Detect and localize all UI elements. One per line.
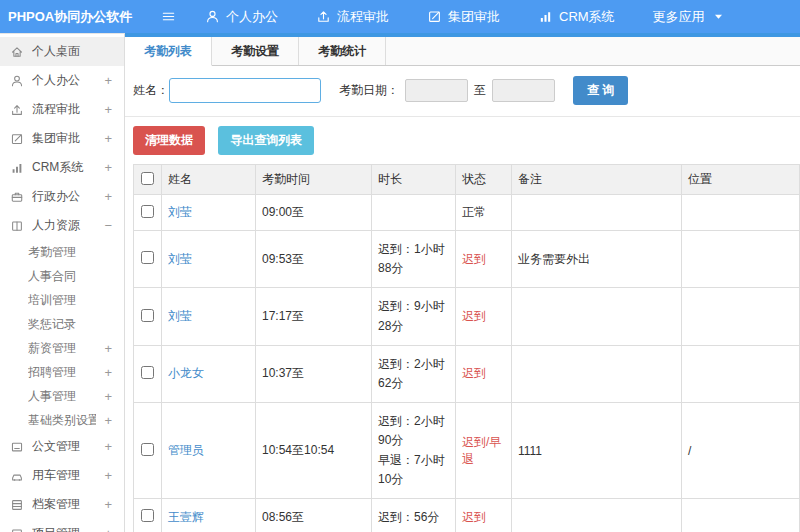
- expand-toggle-icon[interactable]: +: [104, 389, 114, 404]
- tab-attendance-list[interactable]: 考勤列表: [125, 37, 212, 66]
- sidebar-item-human-resources[interactable]: 人力资源−: [0, 211, 124, 240]
- name-input[interactable]: [169, 78, 321, 103]
- nav-item-group-approval[interactable]: 集团审批: [408, 0, 519, 33]
- sidebar-item-official-doc-mgmt[interactable]: 公文管理+: [0, 432, 124, 461]
- sidebar-item-label: 公文管理: [32, 438, 96, 455]
- expand-toggle-icon[interactable]: +: [104, 439, 114, 454]
- employee-name-link[interactable]: 王壹辉: [168, 510, 204, 524]
- row-checkbox[interactable]: [141, 443, 154, 456]
- flow-icon: [316, 9, 331, 24]
- date-from-input[interactable]: [405, 79, 468, 102]
- search-button[interactable]: 查 询: [573, 76, 628, 105]
- sidebar-item-crm-system[interactable]: CRM系统+: [0, 153, 124, 182]
- sidebar-item-workflow-approval[interactable]: 流程审批+: [0, 95, 124, 124]
- menu-toggle-button[interactable]: [150, 9, 186, 24]
- select-all-checkbox[interactable]: [141, 172, 154, 185]
- briefcase-icon: [10, 190, 24, 204]
- sidebar-item-label: 行政办公: [32, 188, 96, 205]
- nav-item-crm-system[interactable]: CRM系统: [519, 0, 634, 33]
- sidebar-item-base-category-settings[interactable]: 基础类别设置+: [0, 408, 124, 432]
- location-cell: [682, 231, 800, 288]
- sidebar-item-label: 用车管理: [32, 467, 96, 484]
- edit-icon: [427, 9, 442, 24]
- sidebar-item-project-mgmt[interactable]: 项目管理+: [0, 519, 124, 532]
- row-checkbox[interactable]: [141, 205, 154, 218]
- row-checkbox[interactable]: [141, 251, 154, 264]
- sidebar-item-label: 集团审批: [32, 130, 96, 147]
- sidebar-item-archive-mgmt[interactable]: 档案管理+: [0, 490, 124, 519]
- expand-toggle-icon[interactable]: +: [104, 365, 114, 380]
- sidebar-item-group-approval[interactable]: 集团审批+: [0, 124, 124, 153]
- expand-toggle-icon[interactable]: +: [104, 131, 114, 146]
- flow-icon: [10, 103, 24, 117]
- expand-toggle-icon[interactable]: +: [104, 341, 114, 356]
- sidebar-item-label: 个人办公: [32, 72, 96, 89]
- row-checkbox[interactable]: [141, 366, 154, 379]
- attendance-time-cell: 17:17至: [256, 288, 372, 345]
- app-logo: PHPOA协同办公软件: [0, 8, 150, 26]
- column-header: 时长: [372, 165, 456, 195]
- expand-toggle-icon[interactable]: +: [104, 468, 114, 483]
- doc-icon: [10, 440, 24, 454]
- table-header-row: 姓名考勤时间时长状态备注位置: [134, 165, 800, 195]
- table-row: 刘莹17:17至迟到：9小时28分迟到: [134, 288, 800, 345]
- table-row: 小龙女10:37至迟到：2小时62分迟到: [134, 345, 800, 402]
- nav-item-more-apps[interactable]: 更多应用: [634, 0, 745, 33]
- tab-attendance-settings[interactable]: 考勤设置: [212, 37, 299, 65]
- sidebar-item-personal-office[interactable]: 个人办公+: [0, 66, 124, 95]
- date-to-input[interactable]: [492, 79, 555, 102]
- sidebar-item-personal-desktop[interactable]: 个人桌面: [0, 37, 124, 66]
- remark-cell: [512, 345, 682, 402]
- sidebar-item-recruit-mgmt[interactable]: 招聘管理+: [0, 360, 124, 384]
- duration-cell: 迟到：1小时88分: [372, 231, 456, 288]
- sidebar-item-training-mgmt[interactable]: 培训管理: [0, 288, 124, 312]
- clean-data-button[interactable]: 清理数据: [133, 126, 205, 155]
- expand-toggle-icon[interactable]: +: [104, 102, 114, 117]
- date-to-separator-label: 至: [474, 82, 486, 99]
- status-cell: 迟到: [456, 231, 512, 288]
- expand-toggle-icon[interactable]: −: [104, 218, 114, 233]
- sidebar-item-reward-punish-records[interactable]: 奖惩记录: [0, 312, 124, 336]
- row-checkbox[interactable]: [141, 309, 154, 322]
- column-header: 姓名: [162, 165, 256, 195]
- employee-name-link[interactable]: 刘莹: [168, 252, 192, 266]
- tab-bar: 考勤列表考勤设置考勤统计: [125, 37, 800, 66]
- expand-toggle-icon[interactable]: +: [104, 189, 114, 204]
- sidebar-item-hr-contract[interactable]: 人事合同: [0, 264, 124, 288]
- row-checkbox[interactable]: [141, 509, 154, 522]
- employee-name-link[interactable]: 刘莹: [168, 309, 192, 323]
- expand-toggle-icon[interactable]: +: [104, 73, 114, 88]
- sidebar-item-label: 项目管理: [32, 525, 96, 532]
- expand-toggle-icon[interactable]: +: [104, 413, 114, 428]
- employee-name-link[interactable]: 刘莹: [168, 205, 192, 219]
- menu-icon: [161, 9, 176, 24]
- column-header: 考勤时间: [256, 165, 372, 195]
- employee-name-link[interactable]: 小龙女: [168, 366, 204, 380]
- nav-item-label: CRM系统: [559, 8, 615, 26]
- chart-icon: [538, 9, 553, 24]
- sidebar-item-personnel-mgmt[interactable]: 人事管理+: [0, 384, 124, 408]
- sidebar-item-vehicle-mgmt[interactable]: 用车管理+: [0, 461, 124, 490]
- attendance-time-cell: 10:37至: [256, 345, 372, 402]
- export-list-button[interactable]: 导出查询列表: [218, 126, 314, 155]
- top-navbar: PHPOA协同办公软件 个人办公流程审批集团审批CRM系统更多应用: [0, 0, 800, 33]
- attendance-time-cell: 08:56至: [256, 498, 372, 532]
- sidebar: 个人桌面个人办公+流程审批+集团审批+CRM系统+行政办公+人力资源−考勤管理人…: [0, 33, 125, 532]
- nav-item-label: 流程审批: [337, 8, 389, 26]
- attendance-table-wrap: 姓名考勤时间时长状态备注位置 刘莹09:00至正常刘莹09:53至迟到：1小时8…: [125, 164, 800, 532]
- sidebar-item-label: 培训管理: [28, 292, 114, 309]
- table-row: 管理员10:54至10:54迟到：2小时90分早退：7小时10分迟到/早退111…: [134, 403, 800, 499]
- nav-item-personal-office[interactable]: 个人办公: [186, 0, 297, 33]
- sidebar-item-attendance-mgmt[interactable]: 考勤管理: [0, 240, 124, 264]
- expand-toggle-icon[interactable]: +: [104, 497, 114, 512]
- expand-toggle-icon[interactable]: +: [104, 160, 114, 175]
- employee-name-link[interactable]: 管理员: [168, 443, 204, 457]
- sidebar-item-admin-office[interactable]: 行政办公+: [0, 182, 124, 211]
- tab-attendance-stats[interactable]: 考勤统计: [299, 37, 386, 65]
- attendance-time-cell: 09:53至: [256, 231, 372, 288]
- expand-toggle-icon[interactable]: +: [104, 526, 114, 532]
- sidebar-item-salary-mgmt[interactable]: 薪资管理+: [0, 336, 124, 360]
- edit-icon: [10, 132, 24, 146]
- nav-item-label: 更多应用: [653, 8, 705, 26]
- nav-item-workflow-approval[interactable]: 流程审批: [297, 0, 408, 33]
